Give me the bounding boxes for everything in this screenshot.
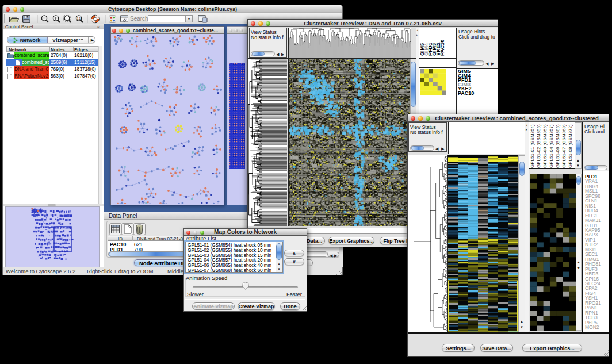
svg-text:GPL51-06 (GSM865): GPL51-06 (GSM865) [555,124,560,168]
svg-text:GPL51-01 (GSM854): GPL51-01 (GSM854) [530,124,535,168]
svg-text:GPL51-04 (GSM857): GPL51-04 (GSM857) [549,124,554,168]
svg-text:GPL51-07 (GSM868): GPL51-07 (GSM868) [561,124,567,168]
svg-text:1:1: 1:1 [77,17,81,20]
svg-text:GPL51-02 (GSM855): GPL51-02 (GSM855) [536,124,541,168]
svg-text:GPL51-03 (GSM856): GPL51-03 (GSM856) [542,124,548,168]
svg-text:PAC10: PAC10 [439,40,445,56]
svg-text:GPL51-08 (GSM872): GPL51-08 (GSM872) [568,124,573,168]
